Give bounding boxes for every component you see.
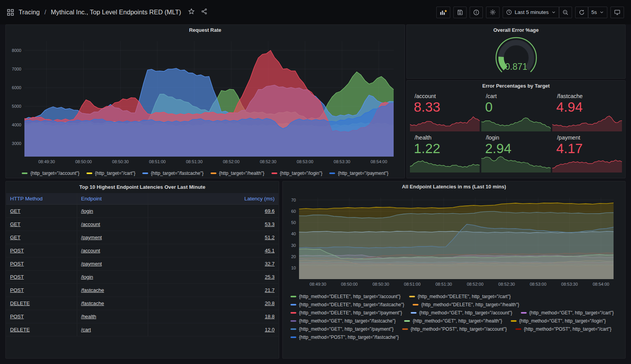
column-header-http-method[interactable]: HTTP Method (6, 193, 77, 205)
info-icon (473, 9, 479, 16)
endpoint-link[interactable]: /cart (81, 327, 91, 333)
legend-item[interactable]: {http_method="POST", http_target="/accou… (402, 326, 507, 332)
latency-link[interactable]: 12.0 (265, 327, 275, 333)
zoom-out-button[interactable] (559, 7, 572, 18)
breadcrumb-section[interactable]: Tracing (19, 9, 40, 16)
legend-item[interactable]: {http_target="/cart"} (86, 171, 135, 176)
cell-latency: 32.7 (148, 257, 278, 271)
panel-title[interactable]: Request Rate (6, 25, 405, 36)
legend-item[interactable]: {http_target="/health"} (211, 171, 265, 176)
apps-grid-icon[interactable] (7, 9, 14, 16)
add-panel-button[interactable] (436, 7, 450, 18)
legend-label: {http_method="DELETE", http_target="/fas… (299, 302, 404, 307)
time-range-label: Last 5 minutes (515, 9, 549, 15)
panel-all-latencies: All Endpoint Latencies in ms (Last 10 mi… (282, 181, 626, 359)
table-row: POST/fastcache21.7 (6, 284, 278, 297)
dashboard-grid: Request Rate 30004000500060007000800008:… (0, 24, 631, 364)
stat-value: 2.94 (485, 141, 512, 156)
endpoint-link[interactable]: /health (81, 314, 96, 319)
method-link[interactable]: GET (10, 235, 21, 240)
endpoint-link[interactable]: /account (81, 221, 100, 227)
legend-label: {http_method="DELETE", http_target="/pay… (299, 310, 402, 316)
endpoint-link[interactable]: /account (81, 248, 100, 254)
panel-title[interactable]: All Endpoint Latencies in ms (Last 10 mi… (283, 181, 625, 192)
dashboard-settings-button[interactable] (486, 7, 500, 18)
column-header-latency[interactable]: Latency (ms) (148, 193, 278, 205)
legend-swatch (404, 320, 410, 322)
legend-swatch (409, 296, 415, 297)
table-row: POST/login25.3 (6, 271, 278, 284)
latency-link[interactable]: 25.3 (265, 274, 275, 280)
method-link[interactable]: POST (10, 287, 24, 293)
panel-request-rate: Request Rate 30004000500060007000800008:… (5, 24, 405, 178)
panel-title[interactable]: Error Percentages by Target (407, 81, 625, 91)
legend-item[interactable]: {http_target="/fastcache"} (142, 171, 204, 176)
dashboard-title[interactable]: Mythical Inc., Top Level Endpoints RED (… (51, 9, 181, 16)
method-link[interactable]: POST (10, 261, 24, 267)
svg-text:30: 30 (291, 243, 296, 248)
latency-link[interactable]: 45.1 (265, 248, 275, 254)
legend-item[interactable]: {http_method="DELETE", http_target="/pay… (290, 310, 402, 316)
legend-label: {http_target="/login"} (280, 171, 323, 176)
chevron-down-icon (551, 10, 556, 14)
latency-link[interactable]: 51.2 (265, 235, 275, 240)
legend-item[interactable]: {http_method="DELETE", http_target="/acc… (290, 294, 401, 299)
method-link[interactable]: POST (10, 314, 24, 319)
time-range-picker[interactable]: Last 5 minutes (503, 7, 559, 18)
legend-item[interactable]: {http_target="/payment"} (329, 171, 388, 176)
method-link[interactable]: DELETE (10, 300, 30, 306)
legend-item[interactable]: {http_method="DELETE", http_target="/hea… (413, 302, 519, 307)
kiosk-mode-button[interactable] (610, 7, 624, 18)
panel-title[interactable]: Overall Error %age (407, 25, 625, 36)
legend-item[interactable]: {http_method="GET", http_target="/health… (404, 318, 502, 324)
refresh-button[interactable] (575, 7, 588, 18)
legend-item[interactable]: {http_method="GET", http_target="/cart"} (521, 310, 614, 316)
settings-icon (489, 9, 496, 16)
endpoint-link[interactable]: /fastcache (81, 287, 104, 293)
share-icon[interactable] (201, 8, 207, 16)
legend-label: {http_method="GET", http_target="/fastca… (299, 318, 396, 324)
top-navbar: Tracing / Mythical Inc., Top Level Endpo… (0, 0, 631, 24)
stat-label: /fastcache (557, 93, 583, 99)
svg-text:08:51:30: 08:51:30 (186, 159, 203, 164)
method-link[interactable]: POST (10, 274, 24, 280)
latency-link[interactable]: 18.8 (265, 314, 275, 319)
legend-item[interactable]: {http_target="/account"} (22, 171, 79, 176)
dashboard-insights-button[interactable] (470, 7, 483, 18)
method-link[interactable]: GET (10, 208, 21, 214)
latency-link[interactable]: 20.8 (265, 300, 275, 306)
legend-item[interactable]: {http_method="GET", http_target="/paymen… (290, 326, 394, 332)
refresh-interval-picker[interactable]: 5s (588, 7, 607, 18)
endpoint-link[interactable]: /fastcache (81, 300, 104, 306)
latency-link[interactable]: 69.6 (265, 208, 275, 214)
legend-item[interactable]: {http_method="POST", http_target="/cart"… (515, 326, 612, 332)
endpoint-link[interactable]: /login (81, 274, 93, 280)
method-link[interactable]: DELETE (10, 327, 30, 333)
legend-item[interactable]: {http_method="GET", http_target="/login"… (511, 318, 606, 324)
latency-link[interactable]: 21.7 (265, 287, 275, 293)
method-link[interactable]: GET (10, 221, 21, 227)
legend-item[interactable]: {http_method="DELETE", http_target="/car… (409, 294, 511, 299)
latency-link[interactable]: 32.7 (265, 261, 275, 267)
column-header-endpoint[interactable]: Endpoint (77, 193, 148, 205)
legend-item[interactable]: {http_method="DELETE", http_target="/fas… (290, 302, 404, 307)
breadcrumb-separator: / (44, 9, 46, 16)
cell-latency: 12.0 (148, 323, 278, 336)
svg-text:08:50:30: 08:50:30 (372, 282, 389, 286)
cell-method: POST (6, 310, 77, 323)
stat-value: 4.17 (556, 141, 583, 156)
star-icon[interactable] (188, 8, 195, 16)
save-dashboard-button[interactable] (453, 7, 467, 18)
legend-item[interactable]: {http_target="/login"} (271, 171, 323, 176)
method-link[interactable]: POST (10, 248, 24, 254)
latency-link[interactable]: 53.3 (265, 221, 275, 227)
svg-text:08:53:00: 08:53:00 (297, 159, 313, 164)
panel-title[interactable]: Top 10 Highest Endpoint Latencies Over L… (6, 181, 279, 193)
endpoint-link[interactable]: /login (81, 208, 93, 214)
legend-label: {http_method="GET", http_target="/login"… (519, 318, 606, 324)
endpoint-link[interactable]: /payment (81, 261, 102, 267)
legend-item[interactable]: {http_method="GET", http_target="/fastca… (290, 318, 396, 324)
endpoint-link[interactable]: /payment (81, 235, 102, 240)
legend-item[interactable]: {http_method="GET", http_target="/accoun… (411, 310, 512, 316)
legend-item[interactable]: {http_method="POST", http_target="/fastc… (290, 335, 399, 340)
